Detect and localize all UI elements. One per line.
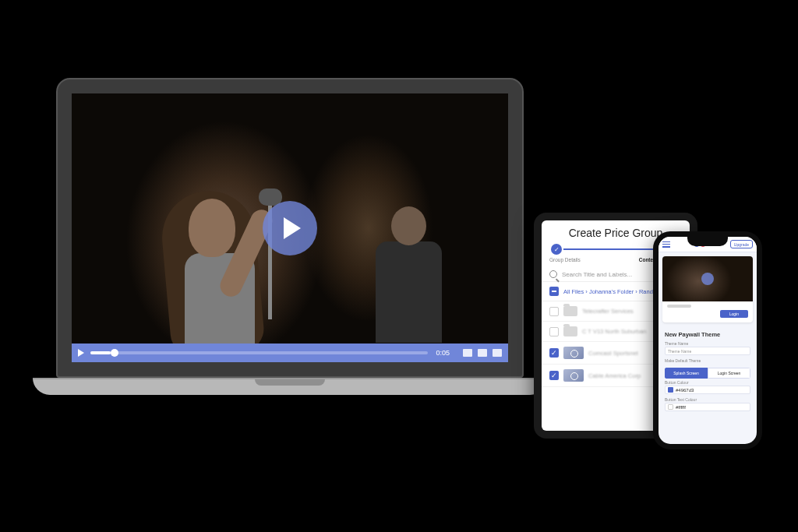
step-1[interactable]	[551, 244, 562, 255]
volume-icon[interactable]	[463, 349, 472, 357]
button-text-colour-field: Button Text Colour #ffffff	[659, 396, 757, 413]
button-colour-input[interactable]: #4967d3	[665, 386, 750, 394]
preview-card: Login	[662, 256, 753, 322]
search-icon	[549, 270, 557, 278]
row-checkbox[interactable]	[549, 327, 559, 336]
row-checkbox[interactable]	[549, 371, 559, 380]
laptop-base	[33, 378, 547, 395]
search-input[interactable]: Search Title and Labels...	[562, 271, 632, 278]
item-label: C T V13 North Suburban	[582, 328, 646, 335]
colour-swatch-icon	[668, 387, 673, 393]
default-theme-row[interactable]: Make Default Theme	[659, 357, 757, 365]
folder-icon	[563, 326, 577, 336]
button-colour-field: Button Colour #4967d3	[659, 379, 757, 396]
video-thumbnail-icon	[563, 347, 584, 359]
breadcrumb[interactable]: All Files › Johanna's Folder › Random	[563, 288, 661, 295]
colour-swatch-icon	[668, 404, 673, 410]
theme-name-field: Theme Name Theme Name	[659, 340, 757, 357]
player-controls: 0:05	[72, 344, 508, 362]
folder-icon	[563, 306, 577, 316]
tab-splash-screen[interactable]: Splash Screen	[665, 368, 708, 379]
field-label: Button Colour	[665, 380, 750, 385]
paywall-preview	[662, 256, 753, 301]
play-pause-button[interactable]	[78, 349, 84, 357]
row-checkbox[interactable]	[549, 348, 559, 358]
preview-title-placeholder	[667, 305, 691, 308]
screen-tabs: Splash Screen Login Screen	[665, 368, 750, 379]
preview-login-button[interactable]: Login	[720, 310, 748, 318]
menu-icon[interactable]	[662, 241, 670, 248]
laptop-mockup: 0:05	[56, 78, 524, 395]
select-all-checkbox[interactable]	[549, 287, 559, 296]
item-label: Comcast Sportsnet	[588, 350, 638, 357]
colour-value: #4967d3	[676, 388, 694, 393]
default-theme-label: Make Default Theme	[665, 358, 750, 363]
item-label: Telecrafter Services	[582, 308, 634, 315]
row-checkbox[interactable]	[549, 307, 559, 316]
video-thumbnail-icon	[563, 369, 584, 382]
item-label: Cable America Corp	[588, 372, 641, 379]
section-title: New Paywall Theme	[659, 326, 757, 340]
seek-bar[interactable]	[90, 351, 428, 354]
tab-login-screen[interactable]: Login Screen	[708, 368, 750, 379]
phone-screen: Upgrade Login New Paywall Theme Theme Na…	[659, 237, 757, 444]
fullscreen-icon[interactable]	[493, 349, 502, 357]
timestamp: 0:05	[436, 349, 450, 357]
field-label: Theme Name	[665, 341, 750, 346]
button-text-colour-input[interactable]: #ffffff	[665, 403, 750, 411]
step-connector	[563, 248, 668, 250]
step-1-label: Group Details	[549, 257, 581, 262]
colour-value: #ffffff	[676, 405, 686, 410]
phone-mockup: Upgrade Login New Paywall Theme Theme Na…	[653, 231, 762, 449]
laptop-bezel: 0:05	[56, 78, 524, 378]
play-button[interactable]	[263, 201, 317, 255]
play-icon	[284, 217, 301, 239]
video-player: 0:05	[72, 93, 508, 362]
phone-notch	[687, 237, 728, 246]
field-label: Button Text Colour	[665, 397, 750, 402]
guitarist-figure	[360, 206, 469, 354]
theme-name-input[interactable]: Theme Name	[665, 347, 750, 355]
settings-icon[interactable]	[478, 349, 487, 357]
upgrade-button[interactable]: Upgrade	[730, 240, 753, 248]
